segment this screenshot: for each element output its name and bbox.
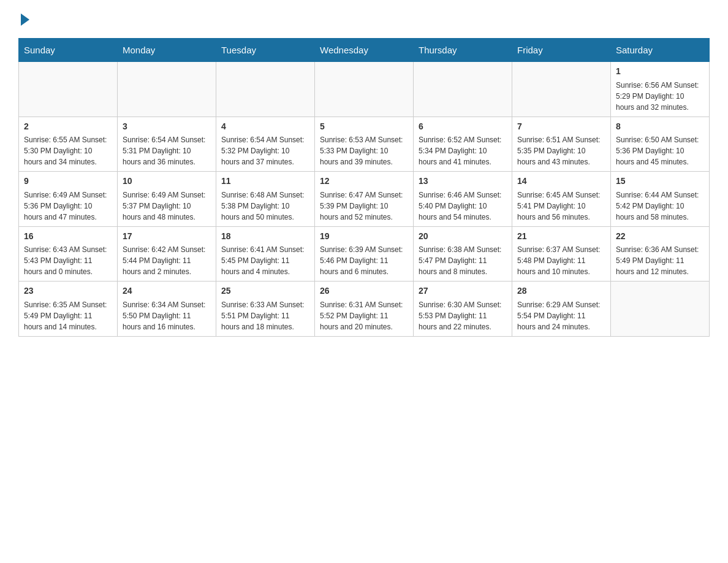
day-info: Sunrise: 6:31 AM Sunset: 5:52 PM Dayligh… [320,299,408,332]
calendar-table: SundayMondayTuesdayWednesdayThursdayFrid… [18,38,710,337]
calendar-cell: 15Sunrise: 6:44 AM Sunset: 5:42 PM Dayli… [611,172,710,227]
day-number: 13 [419,175,507,188]
calendar-cell [19,62,118,117]
day-number: 22 [616,231,704,243]
calendar-cell: 20Sunrise: 6:38 AM Sunset: 5:47 PM Dayli… [414,226,512,282]
day-info: Sunrise: 6:45 AM Sunset: 5:41 PM Dayligh… [517,190,605,223]
day-info: Sunrise: 6:35 AM Sunset: 5:49 PM Dayligh… [24,299,112,332]
day-number: 23 [24,285,112,297]
weekday-header-row: SundayMondayTuesdayWednesdayThursdayFrid… [19,39,710,62]
day-info: Sunrise: 6:49 AM Sunset: 5:37 PM Dayligh… [123,190,211,223]
day-info: Sunrise: 6:54 AM Sunset: 5:31 PM Dayligh… [123,134,211,167]
calendar-cell: 26Sunrise: 6:31 AM Sunset: 5:52 PM Dayli… [315,282,414,337]
day-number: 5 [320,121,408,133]
weekday-header-friday: Friday [512,39,611,62]
page-header [18,12,710,26]
day-number: 4 [221,121,309,133]
day-number: 26 [320,285,408,297]
calendar-cell: 1Sunrise: 6:56 AM Sunset: 5:29 PM Daylig… [611,62,710,117]
day-info: Sunrise: 6:30 AM Sunset: 5:53 PM Dayligh… [419,299,507,332]
day-info: Sunrise: 6:47 AM Sunset: 5:39 PM Dayligh… [320,190,408,223]
calendar-cell: 24Sunrise: 6:34 AM Sunset: 5:50 PM Dayli… [118,282,216,337]
day-number: 27 [419,285,507,297]
day-info: Sunrise: 6:33 AM Sunset: 5:51 PM Dayligh… [221,299,309,332]
calendar-cell: 12Sunrise: 6:47 AM Sunset: 5:39 PM Dayli… [315,172,414,227]
calendar-cell: 19Sunrise: 6:39 AM Sunset: 5:46 PM Dayli… [315,226,414,282]
calendar-cell: 13Sunrise: 6:46 AM Sunset: 5:40 PM Dayli… [414,172,512,227]
weekday-header-saturday: Saturday [611,39,710,62]
calendar-cell: 28Sunrise: 6:29 AM Sunset: 5:54 PM Dayli… [512,282,611,337]
weekday-header-sunday: Sunday [19,39,118,62]
weekday-header-monday: Monday [118,39,216,62]
day-info: Sunrise: 6:55 AM Sunset: 5:30 PM Dayligh… [24,134,112,167]
calendar-cell: 23Sunrise: 6:35 AM Sunset: 5:49 PM Dayli… [19,282,118,337]
day-info: Sunrise: 6:43 AM Sunset: 5:43 PM Dayligh… [24,244,112,277]
day-number: 28 [517,285,605,297]
day-info: Sunrise: 6:36 AM Sunset: 5:49 PM Dayligh… [616,244,704,277]
day-info: Sunrise: 6:29 AM Sunset: 5:54 PM Dayligh… [517,299,605,332]
calendar-cell: 3Sunrise: 6:54 AM Sunset: 5:31 PM Daylig… [118,117,216,172]
calendar-cell: 21Sunrise: 6:37 AM Sunset: 5:48 PM Dayli… [512,226,611,282]
week-row-2: 2Sunrise: 6:55 AM Sunset: 5:30 PM Daylig… [19,117,710,172]
day-info: Sunrise: 6:38 AM Sunset: 5:47 PM Dayligh… [419,244,507,277]
calendar-cell [118,62,216,117]
weekday-header-wednesday: Wednesday [315,39,414,62]
day-number: 25 [221,285,309,297]
calendar-cell: 6Sunrise: 6:52 AM Sunset: 5:34 PM Daylig… [414,117,512,172]
logo-arrow-icon [21,13,29,26]
week-row-3: 9Sunrise: 6:49 AM Sunset: 5:36 PM Daylig… [19,172,710,227]
day-info: Sunrise: 6:37 AM Sunset: 5:48 PM Dayligh… [517,244,605,277]
day-info: Sunrise: 6:48 AM Sunset: 5:38 PM Dayligh… [221,190,309,223]
calendar-cell [414,62,512,117]
day-info: Sunrise: 6:34 AM Sunset: 5:50 PM Dayligh… [123,299,211,332]
week-row-5: 23Sunrise: 6:35 AM Sunset: 5:49 PM Dayli… [19,282,710,337]
calendar-cell: 2Sunrise: 6:55 AM Sunset: 5:30 PM Daylig… [19,117,118,172]
day-info: Sunrise: 6:52 AM Sunset: 5:34 PM Dayligh… [419,134,507,167]
day-number: 14 [517,175,605,188]
calendar-cell [512,62,611,117]
calendar-cell: 25Sunrise: 6:33 AM Sunset: 5:51 PM Dayli… [216,282,315,337]
day-number: 9 [24,175,112,188]
day-number: 2 [24,121,112,133]
calendar-cell: 14Sunrise: 6:45 AM Sunset: 5:41 PM Dayli… [512,172,611,227]
logo [18,12,29,26]
weekday-header-tuesday: Tuesday [216,39,315,62]
day-number: 16 [24,231,112,243]
day-number: 1 [616,66,704,78]
calendar-cell: 16Sunrise: 6:43 AM Sunset: 5:43 PM Dayli… [19,226,118,282]
calendar-cell: 18Sunrise: 6:41 AM Sunset: 5:45 PM Dayli… [216,226,315,282]
day-info: Sunrise: 6:41 AM Sunset: 5:45 PM Dayligh… [221,244,309,277]
day-number: 11 [221,175,309,188]
calendar-cell [611,282,710,337]
day-info: Sunrise: 6:46 AM Sunset: 5:40 PM Dayligh… [419,190,507,223]
day-info: Sunrise: 6:54 AM Sunset: 5:32 PM Dayligh… [221,134,309,167]
day-info: Sunrise: 6:51 AM Sunset: 5:35 PM Dayligh… [517,134,605,167]
day-number: 20 [419,231,507,243]
calendar-cell [315,62,414,117]
day-info: Sunrise: 6:49 AM Sunset: 5:36 PM Dayligh… [24,190,112,223]
calendar-cell: 27Sunrise: 6:30 AM Sunset: 5:53 PM Dayli… [414,282,512,337]
day-info: Sunrise: 6:39 AM Sunset: 5:46 PM Dayligh… [320,244,408,277]
day-number: 15 [616,175,704,188]
calendar-cell: 8Sunrise: 6:50 AM Sunset: 5:36 PM Daylig… [611,117,710,172]
day-number: 18 [221,231,309,243]
day-number: 24 [123,285,211,297]
week-row-1: 1Sunrise: 6:56 AM Sunset: 5:29 PM Daylig… [19,62,710,117]
calendar-cell: 9Sunrise: 6:49 AM Sunset: 5:36 PM Daylig… [19,172,118,227]
calendar-cell: 4Sunrise: 6:54 AM Sunset: 5:32 PM Daylig… [216,117,315,172]
day-info: Sunrise: 6:42 AM Sunset: 5:44 PM Dayligh… [123,244,211,277]
calendar-cell: 22Sunrise: 6:36 AM Sunset: 5:49 PM Dayli… [611,226,710,282]
calendar-cell: 11Sunrise: 6:48 AM Sunset: 5:38 PM Dayli… [216,172,315,227]
day-info: Sunrise: 6:44 AM Sunset: 5:42 PM Dayligh… [616,190,704,223]
day-number: 17 [123,231,211,243]
day-number: 21 [517,231,605,243]
day-number: 7 [517,121,605,133]
day-info: Sunrise: 6:50 AM Sunset: 5:36 PM Dayligh… [616,134,704,167]
day-number: 10 [123,175,211,188]
day-number: 3 [123,121,211,133]
calendar-cell: 10Sunrise: 6:49 AM Sunset: 5:37 PM Dayli… [118,172,216,227]
calendar-cell: 5Sunrise: 6:53 AM Sunset: 5:33 PM Daylig… [315,117,414,172]
day-number: 6 [419,121,507,133]
calendar-cell [216,62,315,117]
day-number: 19 [320,231,408,243]
